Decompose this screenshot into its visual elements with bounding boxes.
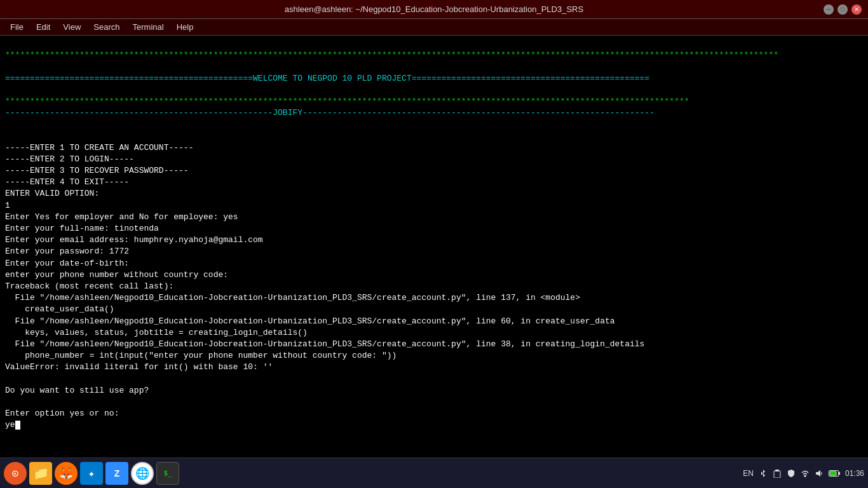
taskbar-firefox-icon[interactable]: 🦊 — [55, 462, 78, 485]
user-input-ye: ye — [5, 420, 20, 430]
menu-line-3: -----ENTER 3 TO RECOVER PASSWORD----- — [5, 166, 189, 175]
input-1: 1 — [5, 201, 10, 210]
bluetooth-icon[interactable] — [759, 469, 768, 478]
firefox-symbol: 🦊 — [59, 466, 73, 480]
chrome-symbol: 🌐 — [135, 466, 149, 480]
traceback-call3: phone_number = int(input("enter your pho… — [5, 351, 397, 360]
stars-line-2: ****************************************… — [5, 97, 689, 106]
menu-bar: File Edit View Search Terminal Help — [0, 19, 868, 36]
taskbar-vscode-icon[interactable]: ✦ — [80, 462, 103, 485]
svg-rect-1 — [775, 470, 779, 471]
menu-line-4: -----ENTER 4 TO EXIT----- — [5, 177, 129, 187]
prompt-email: Enter your email address: humphrey.nyaho… — [5, 235, 263, 245]
title-bar: ashleen@ashleen: ~/Negpod10_Education-Jo… — [0, 0, 868, 19]
traceback-file3: File "/home/ashleen/Negpod10_Education-J… — [5, 339, 644, 349]
terminal-window[interactable]: ****************************************… — [0, 36, 868, 458]
maximize-button[interactable]: □ — [837, 4, 848, 15]
prompt-password: Enter your password: 1772 — [5, 247, 129, 256]
language-indicator[interactable]: EN — [743, 469, 754, 478]
taskbar-right: EN — [743, 469, 864, 478]
window-title: ashleen@ashleen: ~/Negpod10_Education-Jo… — [285, 4, 583, 14]
window-controls: ─ □ ✕ — [824, 4, 862, 15]
traceback-call1: create_user_data() — [5, 304, 114, 314]
ubuntu-symbol: ⊙ — [12, 466, 19, 480]
svg-rect-0 — [774, 471, 780, 478]
files-symbol: 📁 — [33, 465, 49, 481]
taskbar-zoom-icon[interactable]: Z — [105, 462, 128, 485]
lang-label: EN — [743, 469, 754, 478]
prompt-still-use: Do you want to still use app? — [5, 386, 149, 395]
traceback-call2: keys, values, status, jobtitle = creatin… — [5, 328, 308, 337]
svg-rect-5 — [830, 471, 836, 475]
value-error: ValueError: invalid literal for int() wi… — [5, 362, 273, 372]
battery-icon[interactable] — [829, 469, 840, 478]
vpn-icon[interactable] — [787, 469, 796, 478]
prompt-option: ENTER VALID OPTION: — [5, 189, 104, 198]
terminal-output: ****************************************… — [5, 38, 863, 443]
taskbar-ubuntu-icon[interactable]: ⊙ — [4, 462, 27, 485]
traceback-file2: File "/home/ashleen/Negpod10_Education-J… — [5, 316, 615, 326]
stars-line-1: ****************************************… — [5, 50, 778, 60]
traceback-file1: File "/home/ashleen/Negpod10_Education-J… — [5, 293, 580, 302]
minimize-button[interactable]: ─ — [824, 4, 834, 15]
wifi-icon[interactable] — [801, 469, 810, 478]
clock: 01:36 — [845, 469, 864, 478]
taskbar-left: ⊙ 📁 🦊 ✦ Z 🌐 $_ — [4, 462, 179, 485]
menu-terminal[interactable]: Terminal — [126, 21, 170, 33]
vscode-symbol: ✦ — [88, 466, 95, 480]
taskbar-files-icon[interactable]: 📁 — [29, 462, 52, 485]
menu-line-2: -----ENTER 2 TO LOGIN----- — [5, 154, 134, 164]
zoom-symbol: Z — [114, 468, 120, 478]
menu-view[interactable]: View — [57, 21, 87, 33]
speaker-icon[interactable] — [815, 469, 824, 478]
welcome-line: ========================================… — [5, 74, 649, 83]
menu-file[interactable]: File — [4, 21, 30, 33]
prompt-fullname: Enter your full-name: tinotenda — [5, 224, 159, 233]
taskbar-terminal-icon[interactable]: $_ — [156, 462, 179, 485]
menu-help[interactable]: Help — [170, 21, 200, 33]
prompt-yes-no: Enter option yes or no: — [5, 409, 119, 418]
cursor — [15, 421, 20, 430]
menu-edit[interactable]: Edit — [30, 21, 57, 33]
svg-point-2 — [804, 475, 806, 477]
menu-search[interactable]: Search — [87, 21, 126, 33]
taskbar-chrome-icon[interactable]: 🌐 — [131, 462, 154, 485]
clipboard-icon[interactable] — [773, 469, 782, 478]
svg-rect-4 — [839, 472, 840, 475]
terminal-symbol: $_ — [163, 469, 172, 477]
prompt-dob: Enter your date-of-birth: — [5, 259, 129, 268]
close-button[interactable]: ✕ — [851, 4, 862, 15]
prompt-phone: enter your phone number without country … — [5, 270, 228, 280]
taskbar: ⊙ 📁 🦊 ✦ Z 🌐 $_ EN — [0, 458, 868, 488]
menu-line-1: -----ENTER 1 TO CREATE AN ACCOUNT----- — [5, 143, 193, 152]
traceback-header: Traceback (most recent call last): — [5, 281, 173, 291]
prompt-employer: Enter Yes for employer and No for employ… — [5, 212, 238, 222]
jobify-line: ----------------------------------------… — [5, 108, 654, 118]
